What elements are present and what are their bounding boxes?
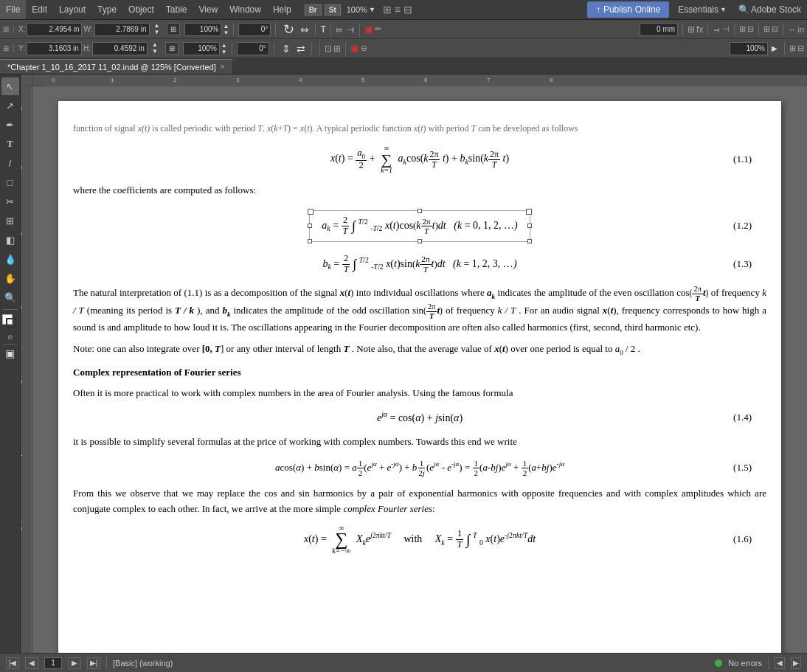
menu-window[interactable]: Window bbox=[224, 0, 267, 19]
eq6-number: (1.6) bbox=[733, 533, 752, 547]
scroll-left-btn[interactable]: ◀ bbox=[775, 657, 785, 669]
list-view-icon[interactable]: ≡ bbox=[395, 4, 401, 15]
red-box-icon[interactable]: ▣ bbox=[364, 24, 373, 35]
handle-lm[interactable] bbox=[308, 224, 312, 228]
pct1-down[interactable]: ▼ bbox=[223, 30, 229, 36]
path-icon[interactable]: ⊣ bbox=[722, 24, 730, 34]
svg-text:8: 8 bbox=[550, 77, 553, 83]
gradient-tool[interactable]: ◧ bbox=[1, 231, 19, 249]
zoom-tool[interactable]: 🔍 bbox=[1, 288, 19, 306]
w-input[interactable] bbox=[94, 23, 150, 36]
center-v-icon[interactable]: ⊞ bbox=[333, 44, 341, 54]
zoom-control[interactable]: 100% ▼ bbox=[342, 5, 380, 14]
center-h-icon[interactable]: ⊡ bbox=[325, 44, 332, 54]
menu-help[interactable]: Help bbox=[267, 0, 297, 19]
pct1-input[interactable] bbox=[184, 23, 221, 36]
pct2-up[interactable]: ▲ bbox=[221, 42, 227, 49]
handle-bl[interactable] bbox=[308, 239, 312, 243]
grid-view-icon[interactable]: ⊞ bbox=[383, 4, 392, 15]
type-tool[interactable]: T bbox=[1, 135, 19, 153]
handle-rm[interactable] bbox=[527, 224, 532, 228]
h-down[interactable]: ▼ bbox=[150, 49, 159, 55]
flip-h-icon[interactable]: ⇔ bbox=[300, 24, 309, 35]
line-tool[interactable]: / bbox=[1, 154, 19, 172]
tab-label: *Chapter 1_10_16_2017 11_02.indd @ 125% … bbox=[7, 63, 216, 72]
stock-button[interactable]: St bbox=[325, 4, 341, 15]
scissors-tool[interactable]: ✂ bbox=[1, 193, 19, 210]
align-distribute-icon[interactable]: ⫤ bbox=[713, 25, 721, 34]
preview-icon[interactable]: ▣ bbox=[5, 347, 15, 359]
deg1-input[interactable] bbox=[238, 23, 271, 36]
menu-layout[interactable]: Layout bbox=[53, 0, 91, 19]
pencil-icon[interactable]: ✏ bbox=[375, 24, 381, 34]
handle-tm[interactable] bbox=[418, 209, 422, 213]
red-box2-icon[interactable]: ▣ bbox=[350, 43, 359, 54]
pct3-right[interactable]: ▶ bbox=[769, 44, 780, 53]
tab-close-button[interactable]: × bbox=[221, 63, 225, 71]
grid-icon[interactable]: ⊞ bbox=[3, 25, 9, 33]
align-right-icon[interactable]: ⫣ bbox=[346, 24, 355, 35]
fill-stroke-control[interactable] bbox=[2, 314, 18, 330]
eraser-icon[interactable]: ⊖ bbox=[361, 44, 367, 53]
panel-view-icon[interactable]: ⊟ bbox=[404, 4, 412, 15]
pen-tool[interactable]: ✒ bbox=[1, 116, 19, 134]
pct1-up[interactable]: ▲ bbox=[223, 23, 229, 30]
menu-object[interactable]: Object bbox=[122, 0, 160, 19]
menu-edit[interactable]: Edit bbox=[26, 0, 53, 19]
shear-icon[interactable]: ⇄ bbox=[297, 43, 305, 55]
direct-selection-tool[interactable]: ↗ bbox=[1, 97, 19, 114]
zoom-dropdown-icon[interactable]: ▼ bbox=[369, 6, 375, 13]
publish-online-button[interactable]: ↑ Publish Online bbox=[587, 1, 669, 18]
flip-v-icon[interactable]: ⇕ bbox=[282, 43, 291, 55]
deg2-input[interactable] bbox=[237, 42, 269, 55]
pct2-input[interactable] bbox=[183, 42, 220, 55]
last-page-btn[interactable]: ▶| bbox=[87, 657, 100, 669]
next-page-btn[interactable]: ▶ bbox=[68, 657, 81, 669]
scroll-right-btn[interactable]: ▶ bbox=[791, 657, 801, 669]
page-number-input[interactable] bbox=[44, 657, 62, 669]
first-page-btn[interactable]: |◀ bbox=[6, 657, 19, 669]
menu-table[interactable]: Table bbox=[160, 0, 193, 19]
arrows-icon[interactable]: ↔ bbox=[788, 25, 796, 34]
selection-tool[interactable]: ↖ bbox=[1, 77, 19, 95]
type-icon[interactable]: T bbox=[320, 24, 326, 35]
grid2-icon[interactable]: ⊞ bbox=[687, 24, 695, 35]
arrange-icon[interactable]: ⊞ bbox=[739, 24, 746, 34]
prev-page-btn[interactable]: ◀ bbox=[25, 657, 38, 669]
handle-br[interactable] bbox=[527, 239, 532, 243]
y-input[interactable] bbox=[27, 42, 82, 55]
view-icon[interactable]: ⊞ bbox=[789, 44, 796, 53]
none-apply-icon[interactable]: ⊘ bbox=[7, 333, 13, 341]
rotate-icon[interactable]: ↻ bbox=[283, 21, 294, 38]
menu-type[interactable]: Type bbox=[91, 0, 122, 19]
h-input[interactable] bbox=[92, 42, 148, 55]
align-left-icon[interactable]: ⫢ bbox=[336, 24, 344, 35]
eq2-box[interactable]: ak = 2T ∫ T/2 -T/2 x(t)cos(k2πTt)dt (k =… bbox=[309, 210, 530, 242]
bridge-button[interactable]: Br bbox=[305, 4, 322, 15]
grid3-icon[interactable]: ⊞ bbox=[3, 44, 9, 52]
document-tab[interactable]: *Chapter 1_10_16_2017 11_02.indd @ 125% … bbox=[0, 59, 233, 74]
menu-view[interactable]: View bbox=[193, 0, 224, 19]
transform-origin[interactable]: ⊞ bbox=[167, 23, 180, 35]
sep13 bbox=[311, 42, 312, 55]
rectangle-tool[interactable]: □ bbox=[1, 173, 19, 191]
arrange2-icon[interactable]: ⊟ bbox=[747, 24, 754, 34]
tool-preset2: ⊞ bbox=[3, 44, 14, 52]
fx-icon[interactable]: fx bbox=[696, 24, 703, 35]
mm-input[interactable] bbox=[640, 23, 678, 36]
x-input[interactable] bbox=[27, 23, 82, 36]
free-transform-tool[interactable]: ⊞ bbox=[1, 212, 19, 229]
document-canvas[interactable]: function of signal x(t) is called period… bbox=[32, 86, 807, 653]
pct3-input[interactable] bbox=[730, 42, 768, 55]
constrain-icon[interactable]: ⊞ bbox=[165, 42, 179, 55]
cols-icon[interactable]: ⊞ bbox=[763, 24, 770, 34]
essentials-button[interactable]: Essentials ▼ bbox=[672, 4, 732, 15]
pct2-down[interactable]: ▼ bbox=[221, 49, 227, 55]
adobe-stock-button[interactable]: 🔍 Adobe Stock bbox=[732, 4, 807, 15]
w-down[interactable]: ▼ bbox=[153, 30, 162, 36]
hand-tool[interactable]: ✋ bbox=[1, 269, 19, 287]
menu-file[interactable]: File bbox=[0, 0, 26, 19]
eyedropper-tool[interactable]: 💧 bbox=[1, 250, 19, 268]
handle-bm[interactable] bbox=[418, 239, 422, 243]
view-controls: ⊞ ≡ ⊟ bbox=[383, 4, 412, 15]
